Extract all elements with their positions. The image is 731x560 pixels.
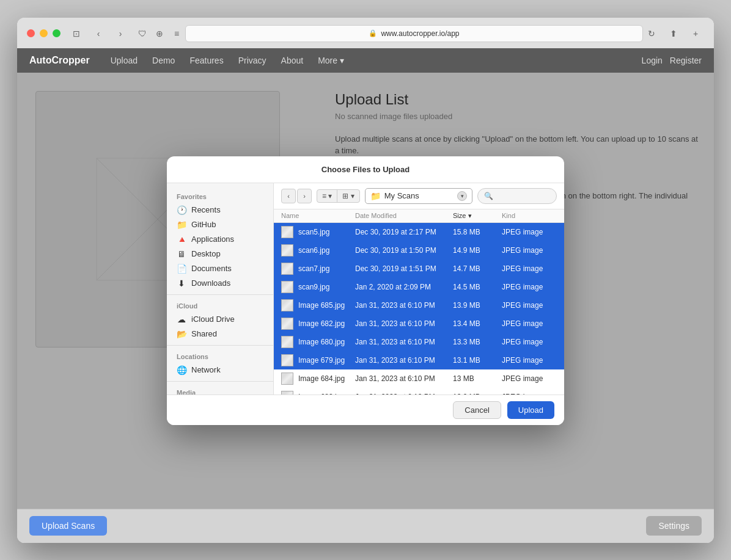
close-button[interactable]	[27, 29, 35, 37]
file-thumbnail	[281, 354, 293, 366]
file-browser: ‹ › ≡ ▾ ⊞ ▾ 📁 My Scans ▾	[274, 183, 564, 395]
file-row[interactable]: scan5.jpg Dec 30, 2019 at 2:17 PM 15.8 M…	[274, 223, 564, 241]
nav-register[interactable]: Register	[670, 56, 702, 65]
file-size: 14.5 MB	[453, 283, 502, 291]
nav-privacy[interactable]: Privacy	[232, 53, 273, 68]
favorites-label: Favorites	[167, 189, 273, 203]
browser-window: ⊡ ‹ › 🛡 ⊕ ≡ 🔒 www.autocropper.io/app ↻ ⬆…	[17, 18, 714, 543]
modal-body: Favorites 🕐 Recents 📁 GitHub 🔺 Applicati…	[167, 183, 564, 395]
toolbar-right: ⬆ +	[665, 25, 704, 42]
file-row[interactable]: scan9.jpg Jan 2, 2020 at 2:09 PM 14.5 MB…	[274, 278, 564, 296]
file-row[interactable]: Image 685.jpg Jan 31, 2023 at 6:10 PM 13…	[274, 296, 564, 315]
file-name-text: Image 685.jpg	[298, 301, 345, 310]
file-sidebar: Favorites 🕐 Recents 📁 GitHub 🔺 Applicati…	[167, 183, 274, 395]
file-thumbnail	[281, 281, 293, 293]
file-size: 13.4 MB	[453, 319, 502, 328]
search-box[interactable]: 🔍	[477, 188, 557, 204]
back-icon[interactable]: ‹	[90, 25, 107, 42]
title-bar: ⊡ ‹ › 🛡 ⊕ ≡ 🔒 www.autocropper.io/app ↻ ⬆…	[17, 18, 714, 48]
file-kind: JPEG image	[502, 356, 557, 365]
col-name-header[interactable]: Name	[281, 212, 355, 220]
maximize-button[interactable]	[53, 29, 61, 37]
file-date: Jan 31, 2023 at 6:10 PM	[355, 301, 453, 310]
nav-upload[interactable]: Upload	[105, 53, 144, 68]
file-date: Dec 30, 2019 at 1:50 PM	[355, 246, 453, 255]
nav-arrows: ‹ ›	[281, 189, 312, 203]
nav-login[interactable]: Login	[642, 56, 663, 65]
lock-icon: 🔒	[369, 29, 377, 37]
file-row[interactable]: scan7.jpg Dec 30, 2019 at 1:51 PM 14.7 M…	[274, 260, 564, 278]
sidebar-item-github[interactable]: 📁 GitHub	[167, 217, 273, 232]
file-kind: JPEG image	[502, 283, 557, 291]
main-content: Upload List No scanned image files uploa…	[17, 73, 714, 509]
file-name-text: Image 680.jpg	[298, 338, 345, 346]
file-row[interactable]: Image 679.jpg Jan 31, 2023 at 6:10 PM 13…	[274, 351, 564, 369]
list-view-btn[interactable]: ≡ ▾	[317, 190, 337, 202]
sidebar-item-network[interactable]: 🌐 Network	[167, 363, 273, 377]
settings-button[interactable]: Settings	[646, 516, 702, 536]
grid-view-btn[interactable]: ⊞ ▾	[337, 190, 359, 202]
file-thumbnail	[281, 391, 293, 395]
file-thumbnail	[281, 318, 293, 330]
nav-brand[interactable]: AutoCropper	[29, 55, 90, 66]
share-icon[interactable]: ⬆	[665, 25, 682, 42]
col-date-header[interactable]: Date Modified	[355, 212, 453, 220]
documents-label: Documents	[191, 264, 232, 273]
applications-icon: 🔺	[177, 235, 186, 244]
file-row[interactable]: Image 682.jpg Jan 31, 2023 at 6:10 PM 13…	[274, 315, 564, 333]
nav-features[interactable]: Features	[183, 53, 229, 68]
file-size: 14.9 MB	[453, 246, 502, 255]
shield-icon: 🛡	[134, 25, 151, 42]
nav-more[interactable]: More ▾	[312, 53, 350, 68]
cancel-button[interactable]: Cancel	[453, 401, 501, 419]
sidebar-toggle-icon[interactable]: ⊡	[68, 25, 85, 42]
nav-demo[interactable]: Demo	[146, 53, 181, 68]
file-row[interactable]: Image 680.jpg Jan 31, 2023 at 6:10 PM 13…	[274, 333, 564, 351]
file-row[interactable]: scan6.jpg Dec 30, 2019 at 1:50 PM 14.9 M…	[274, 241, 564, 260]
address-bar[interactable]: 🔒 www.autocropper.io/app	[185, 25, 643, 42]
forward-icon[interactable]: ›	[112, 25, 129, 42]
github-icon: 📁	[177, 220, 186, 230]
documents-icon: 📄	[177, 264, 186, 274]
location-bar[interactable]: 📁 My Scans ▾	[365, 188, 472, 204]
sidebar-item-icloud-drive[interactable]: ☁ iCloud Drive	[167, 312, 273, 327]
minimize-button[interactable]	[40, 29, 48, 37]
new-tab-icon[interactable]: +	[687, 25, 704, 42]
file-name-text: scan6.jpg	[298, 246, 329, 255]
file-row[interactable]: Image 683.jpg Jan 31, 2023 at 6:10 PM 12…	[274, 388, 564, 395]
file-thumbnail	[281, 373, 293, 385]
sidebar-item-recents[interactable]: 🕐 Recents	[167, 203, 273, 217]
location-arrow-icon[interactable]: ▾	[457, 191, 467, 201]
refresh-icon[interactable]: ↻	[643, 25, 660, 42]
forward-arrow-btn[interactable]: ›	[297, 189, 312, 203]
github-label: GitHub	[191, 220, 216, 229]
recents-label: Recents	[191, 205, 221, 214]
sidebar-item-shared[interactable]: 📂 Shared	[167, 327, 273, 341]
back-arrow-btn[interactable]: ‹	[281, 189, 296, 203]
file-date: Jan 31, 2023 at 6:10 PM	[355, 338, 453, 346]
file-name-text: scan7.jpg	[298, 264, 329, 273]
downloads-icon: ⬇	[177, 278, 186, 288]
nav-right: Login Register	[642, 56, 702, 65]
file-thumbnail	[281, 299, 293, 311]
modal-overlay[interactable]: Choose Files to Upload Favorites 🕐 Recen…	[17, 73, 714, 509]
nav-about[interactable]: About	[275, 53, 310, 68]
browser-controls: ⊡ ‹ ›	[68, 25, 129, 42]
sidebar-item-desktop[interactable]: 🖥 Desktop	[167, 247, 273, 261]
traffic-lights	[27, 29, 61, 37]
file-date: Dec 30, 2019 at 2:17 PM	[355, 228, 453, 236]
sidebar-item-downloads[interactable]: ⬇ Downloads	[167, 276, 273, 291]
sidebar-item-documents[interactable]: 📄 Documents	[167, 261, 273, 276]
sidebar-item-applications[interactable]: 🔺 Applications	[167, 232, 273, 247]
shared-icon: 📂	[177, 329, 186, 339]
file-thumbnail	[281, 226, 293, 238]
col-size-header[interactable]: Size ▾	[453, 212, 502, 220]
upload-scans-button[interactable]: Upload Scans	[29, 516, 107, 536]
upload-button[interactable]: Upload	[507, 401, 554, 419]
file-date: Dec 30, 2019 at 1:51 PM	[355, 264, 453, 273]
file-row[interactable]: Image 684.jpg Jan 31, 2023 at 6:10 PM 13…	[274, 369, 564, 388]
file-name-text: scan9.jpg	[298, 283, 329, 291]
col-kind-header[interactable]: Kind	[502, 212, 557, 220]
nav-links: Upload Demo Features Privacy About More …	[105, 53, 642, 68]
folder-icon: 📁	[370, 191, 381, 201]
